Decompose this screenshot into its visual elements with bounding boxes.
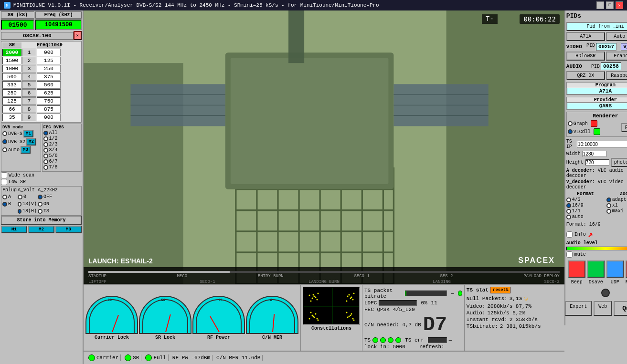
- sr-35[interactable]: 35: [2, 114, 21, 121]
- sr-66[interactable]: 66: [2, 105, 21, 113]
- fv-625[interactable]: 625: [37, 89, 61, 97]
- mem-m3-btn[interactable]: M3: [55, 226, 82, 233]
- fplug-b-radio[interactable]: [2, 202, 7, 207]
- freq-input[interactable]: 10491500: [35, 20, 82, 30]
- width-input[interactable]: [583, 151, 606, 157]
- mute-checkbox[interactable]: [566, 251, 573, 258]
- oscar-close-btn[interactable]: ✕: [74, 31, 82, 40]
- zoom-x1-radio[interactable]: [606, 203, 611, 208]
- fv-500[interactable]: 500: [37, 81, 61, 89]
- france24-btn[interactable]: France24: [606, 52, 627, 61]
- sr-500[interactable]: 500: [2, 73, 21, 81]
- reset-btn[interactable]: reset%: [490, 287, 510, 293]
- svg-point-37: [317, 299, 318, 301]
- freq-grid-section: SR Freq:1049 2000 1 000 1500 2 125 1000 …: [1, 41, 82, 123]
- quit-btn[interactable]: Quit: [614, 301, 627, 316]
- dvbs-radio[interactable]: [2, 131, 7, 136]
- fv-375[interactable]: 375: [37, 73, 61, 81]
- oscar-row: OSCAR-100 ✕: [1, 31, 82, 40]
- raspberryp-btn[interactable]: RaspberryP: [606, 71, 627, 80]
- zoom-adapt-radio[interactable]: [606, 198, 611, 202]
- fv-875[interactable]: 875: [37, 105, 61, 113]
- sr-1500[interactable]: 1500: [2, 57, 21, 64]
- m1-btn[interactable]: M1: [23, 130, 33, 137]
- info-checkbox[interactable]: [566, 231, 573, 238]
- svg-point-44: [346, 301, 348, 302]
- fec-34-radio[interactable]: [43, 148, 48, 153]
- audio-section-row: AUDIO PID 00258 MPA: [566, 62, 627, 70]
- fv-750[interactable]: 750: [37, 97, 61, 105]
- fv-250[interactable]: 250: [37, 65, 61, 73]
- volume-knob[interactable]: [601, 289, 610, 297]
- udp-button[interactable]: [606, 260, 624, 278]
- dvbs-label: DVB-S: [8, 131, 22, 136]
- volt-0-radio[interactable]: [18, 195, 22, 199]
- fec-23: 2/3: [43, 142, 81, 147]
- svg-point-51: [310, 312, 312, 313]
- ts-ip-input[interactable]: [577, 141, 627, 148]
- wide-scan-checkbox[interactable]: [1, 172, 7, 178]
- sr-lock-gauge: 0 50 100 SR Lock: [139, 296, 191, 340]
- sr-250[interactable]: 250: [2, 89, 21, 97]
- photo-btn[interactable]: photo: [611, 158, 627, 167]
- left-panel: SR (kS) Freq (kHz) 01500 10491500 OSCAR-…: [0, 10, 84, 364]
- f169-row: 16/9: [566, 203, 605, 208]
- low-sr-checkbox[interactable]: [1, 179, 7, 185]
- volt-18h-radio[interactable]: [18, 209, 21, 214]
- reset-renderer-btn[interactable]: Reset: [621, 123, 627, 132]
- close-button[interactable]: ✕: [616, 1, 623, 9]
- khz-off-radio[interactable]: [38, 195, 43, 199]
- fec-all-radio[interactable]: [43, 131, 48, 135]
- dvbs2-radio[interactable]: [2, 139, 7, 144]
- sr-2000[interactable]: 2000: [2, 49, 21, 56]
- fec-23-radio[interactable]: [43, 142, 48, 147]
- minimize-button[interactable]: ─: [596, 1, 604, 9]
- null-packets-row: Null Packets: 3,1% ☺: [467, 295, 563, 302]
- expert-btn[interactable]: Expert: [565, 301, 592, 316]
- height-input[interactable]: [585, 159, 609, 166]
- graph-radio[interactable]: [568, 121, 573, 126]
- hdlowsr-btn[interactable]: HDlowSR: [566, 52, 605, 61]
- dsave-button[interactable]: [587, 260, 605, 278]
- pid-from-ini-btn[interactable]: Pid from .ini: [566, 22, 627, 31]
- sr-input[interactable]: 01500: [1, 20, 34, 30]
- auto-pid-btn[interactable]: Auto PID: [606, 32, 627, 41]
- fec-67-radio[interactable]: [43, 159, 48, 164]
- auto-radio[interactable]: [2, 147, 7, 152]
- zoom-maxi-radio[interactable]: [606, 209, 611, 214]
- khz-on-radio[interactable]: [38, 202, 43, 207]
- f169-radio[interactable]: [566, 203, 571, 208]
- a71a-btn[interactable]: A71A: [566, 32, 605, 41]
- sr-1000[interactable]: 1000: [2, 65, 21, 73]
- fv-125[interactable]: 125: [37, 57, 61, 64]
- fec-12-radio[interactable]: [43, 136, 48, 141]
- mem-m1-btn[interactable]: M1: [1, 226, 27, 233]
- web-btn[interactable]: Web: [594, 301, 612, 316]
- fv-000-2[interactable]: 000: [37, 114, 61, 121]
- fec-78-radio[interactable]: [43, 165, 48, 170]
- m3-btn[interactable]: M3: [21, 146, 31, 154]
- ts-err-label: TS err: [405, 337, 424, 343]
- f43-radio[interactable]: [566, 198, 571, 202]
- vlcdll-radio[interactable]: [568, 129, 573, 134]
- f11-radio[interactable]: [566, 209, 571, 214]
- qrzdx-btn[interactable]: QRZ DX: [566, 71, 605, 80]
- fauto-radio[interactable]: [566, 215, 571, 219]
- full-status: Full: [143, 354, 168, 361]
- svg-point-57: [347, 317, 349, 318]
- fv-000-1[interactable]: 000: [37, 49, 61, 56]
- volt-13v-radio[interactable]: [18, 202, 21, 207]
- fplug-a-radio[interactable]: [2, 195, 7, 199]
- fec-56-radio[interactable]: [43, 154, 48, 158]
- fec-all: All: [43, 130, 81, 135]
- mute-row: mute: [566, 251, 627, 258]
- store-memory-btn[interactable]: Store into Memory: [1, 216, 82, 225]
- sr-125[interactable]: 125: [2, 97, 21, 105]
- sr-333[interactable]: 333: [2, 81, 21, 89]
- khz-ts-radio[interactable]: [38, 209, 43, 214]
- m2-btn[interactable]: M2: [26, 138, 36, 146]
- beep-button[interactable]: [568, 260, 585, 278]
- mem-m2-btn[interactable]: M2: [28, 226, 54, 233]
- maximize-button[interactable]: □: [606, 1, 614, 9]
- instant-label: Instant rcvd:: [467, 317, 508, 322]
